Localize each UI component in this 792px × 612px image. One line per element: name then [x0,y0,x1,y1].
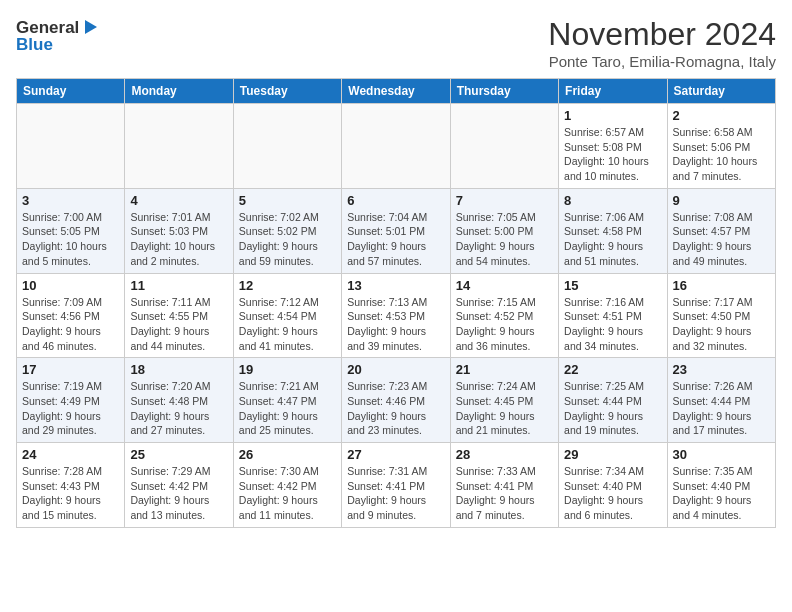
calendar-cell: 12Sunrise: 7:12 AM Sunset: 4:54 PM Dayli… [233,273,341,358]
weekday-header-row: SundayMondayTuesdayWednesdayThursdayFrid… [17,79,776,104]
day-info: Sunrise: 7:25 AM Sunset: 4:44 PM Dayligh… [564,379,661,438]
calendar-cell: 7Sunrise: 7:05 AM Sunset: 5:00 PM Daylig… [450,188,558,273]
svg-marker-0 [85,20,97,34]
day-number: 22 [564,362,661,377]
day-info: Sunrise: 7:23 AM Sunset: 4:46 PM Dayligh… [347,379,444,438]
day-number: 8 [564,193,661,208]
day-info: Sunrise: 7:13 AM Sunset: 4:53 PM Dayligh… [347,295,444,354]
calendar-cell: 21Sunrise: 7:24 AM Sunset: 4:45 PM Dayli… [450,358,558,443]
logo: General Blue [16,16,101,53]
day-number: 11 [130,278,227,293]
calendar-cell: 13Sunrise: 7:13 AM Sunset: 4:53 PM Dayli… [342,273,450,358]
calendar-cell: 11Sunrise: 7:11 AM Sunset: 4:55 PM Dayli… [125,273,233,358]
day-info: Sunrise: 6:57 AM Sunset: 5:08 PM Dayligh… [564,125,661,184]
title-block: November 2024 Ponte Taro, Emilia-Romagna… [548,16,776,70]
calendar-cell: 1Sunrise: 6:57 AM Sunset: 5:08 PM Daylig… [559,104,667,189]
day-info: Sunrise: 7:06 AM Sunset: 4:58 PM Dayligh… [564,210,661,269]
calendar-cell: 24Sunrise: 7:28 AM Sunset: 4:43 PM Dayli… [17,443,125,528]
day-number: 2 [673,108,770,123]
day-info: Sunrise: 7:35 AM Sunset: 4:40 PM Dayligh… [673,464,770,523]
calendar-cell: 8Sunrise: 7:06 AM Sunset: 4:58 PM Daylig… [559,188,667,273]
day-info: Sunrise: 7:02 AM Sunset: 5:02 PM Dayligh… [239,210,336,269]
calendar-cell: 19Sunrise: 7:21 AM Sunset: 4:47 PM Dayli… [233,358,341,443]
calendar-table: SundayMondayTuesdayWednesdayThursdayFrid… [16,78,776,528]
day-info: Sunrise: 7:20 AM Sunset: 4:48 PM Dayligh… [130,379,227,438]
calendar-cell: 17Sunrise: 7:19 AM Sunset: 4:49 PM Dayli… [17,358,125,443]
calendar-cell: 18Sunrise: 7:20 AM Sunset: 4:48 PM Dayli… [125,358,233,443]
calendar-cell [450,104,558,189]
calendar-cell [233,104,341,189]
day-number: 27 [347,447,444,462]
weekday-header-wednesday: Wednesday [342,79,450,104]
day-info: Sunrise: 7:16 AM Sunset: 4:51 PM Dayligh… [564,295,661,354]
day-info: Sunrise: 7:21 AM Sunset: 4:47 PM Dayligh… [239,379,336,438]
day-number: 23 [673,362,770,377]
calendar-week-row: 24Sunrise: 7:28 AM Sunset: 4:43 PM Dayli… [17,443,776,528]
day-number: 19 [239,362,336,377]
day-number: 13 [347,278,444,293]
calendar-cell [125,104,233,189]
calendar-cell: 2Sunrise: 6:58 AM Sunset: 5:06 PM Daylig… [667,104,775,189]
day-number: 3 [22,193,119,208]
day-info: Sunrise: 7:04 AM Sunset: 5:01 PM Dayligh… [347,210,444,269]
day-number: 20 [347,362,444,377]
calendar-cell: 3Sunrise: 7:00 AM Sunset: 5:05 PM Daylig… [17,188,125,273]
day-info: Sunrise: 7:11 AM Sunset: 4:55 PM Dayligh… [130,295,227,354]
location-subtitle: Ponte Taro, Emilia-Romagna, Italy [548,53,776,70]
calendar-cell [342,104,450,189]
weekday-header-friday: Friday [559,79,667,104]
calendar-week-row: 3Sunrise: 7:00 AM Sunset: 5:05 PM Daylig… [17,188,776,273]
day-number: 4 [130,193,227,208]
weekday-header-tuesday: Tuesday [233,79,341,104]
day-number: 15 [564,278,661,293]
day-info: Sunrise: 7:05 AM Sunset: 5:00 PM Dayligh… [456,210,553,269]
day-info: Sunrise: 6:58 AM Sunset: 5:06 PM Dayligh… [673,125,770,184]
day-info: Sunrise: 7:29 AM Sunset: 4:42 PM Dayligh… [130,464,227,523]
weekday-header-monday: Monday [125,79,233,104]
day-number: 21 [456,362,553,377]
calendar-week-row: 1Sunrise: 6:57 AM Sunset: 5:08 PM Daylig… [17,104,776,189]
calendar-cell: 30Sunrise: 7:35 AM Sunset: 4:40 PM Dayli… [667,443,775,528]
calendar-week-row: 10Sunrise: 7:09 AM Sunset: 4:56 PM Dayli… [17,273,776,358]
calendar-cell: 15Sunrise: 7:16 AM Sunset: 4:51 PM Dayli… [559,273,667,358]
day-number: 10 [22,278,119,293]
calendar-cell: 4Sunrise: 7:01 AM Sunset: 5:03 PM Daylig… [125,188,233,273]
day-number: 7 [456,193,553,208]
day-info: Sunrise: 7:31 AM Sunset: 4:41 PM Dayligh… [347,464,444,523]
day-info: Sunrise: 7:01 AM Sunset: 5:03 PM Dayligh… [130,210,227,269]
logo-general: General [16,19,79,36]
day-number: 14 [456,278,553,293]
day-number: 12 [239,278,336,293]
weekday-header-sunday: Sunday [17,79,125,104]
day-number: 18 [130,362,227,377]
weekday-header-thursday: Thursday [450,79,558,104]
day-info: Sunrise: 7:19 AM Sunset: 4:49 PM Dayligh… [22,379,119,438]
page-header: General Blue November 2024 Ponte Taro, E… [16,16,776,70]
day-info: Sunrise: 7:12 AM Sunset: 4:54 PM Dayligh… [239,295,336,354]
day-number: 25 [130,447,227,462]
day-number: 16 [673,278,770,293]
day-info: Sunrise: 7:17 AM Sunset: 4:50 PM Dayligh… [673,295,770,354]
day-number: 26 [239,447,336,462]
calendar-cell: 25Sunrise: 7:29 AM Sunset: 4:42 PM Dayli… [125,443,233,528]
day-number: 28 [456,447,553,462]
calendar-cell [17,104,125,189]
calendar-week-row: 17Sunrise: 7:19 AM Sunset: 4:49 PM Dayli… [17,358,776,443]
calendar-cell: 23Sunrise: 7:26 AM Sunset: 4:44 PM Dayli… [667,358,775,443]
day-number: 5 [239,193,336,208]
calendar-cell: 16Sunrise: 7:17 AM Sunset: 4:50 PM Dayli… [667,273,775,358]
day-info: Sunrise: 7:28 AM Sunset: 4:43 PM Dayligh… [22,464,119,523]
day-number: 9 [673,193,770,208]
calendar-cell: 9Sunrise: 7:08 AM Sunset: 4:57 PM Daylig… [667,188,775,273]
day-number: 30 [673,447,770,462]
month-title: November 2024 [548,16,776,53]
calendar-cell: 22Sunrise: 7:25 AM Sunset: 4:44 PM Dayli… [559,358,667,443]
day-info: Sunrise: 7:09 AM Sunset: 4:56 PM Dayligh… [22,295,119,354]
day-number: 1 [564,108,661,123]
calendar-cell: 28Sunrise: 7:33 AM Sunset: 4:41 PM Dayli… [450,443,558,528]
calendar-cell: 26Sunrise: 7:30 AM Sunset: 4:42 PM Dayli… [233,443,341,528]
day-number: 24 [22,447,119,462]
day-info: Sunrise: 7:33 AM Sunset: 4:41 PM Dayligh… [456,464,553,523]
day-number: 29 [564,447,661,462]
logo-arrow-icon [79,16,101,38]
